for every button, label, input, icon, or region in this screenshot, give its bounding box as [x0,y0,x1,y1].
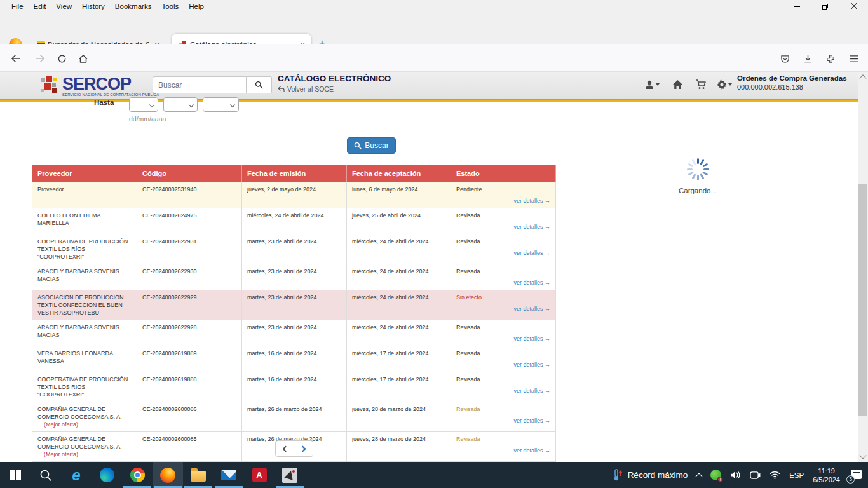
month-select[interactable] [163,97,198,112]
date-text: 6/5/2024 [813,475,840,484]
menu-history[interactable]: History [77,1,110,11]
mail-button[interactable] [214,462,244,488]
back-arrow-icon [278,86,285,92]
chrome-button[interactable] [122,462,153,488]
chevron-down-icon [230,102,235,107]
acrobat-button[interactable]: A [244,462,275,488]
java-app-button[interactable] [275,462,305,488]
settings-menu[interactable] [717,79,732,90]
sercop-logo[interactable]: SERCOP SERVICIO NACIONAL DE CONTRATACIÓN… [41,76,159,97]
downloads-icon[interactable] [801,51,815,65]
reload-button[interactable] [55,51,69,65]
fecha-aceptacion-cell: jueves, 28 de marzo de 2024 [347,432,451,462]
col-proveedor: Proveedor [32,165,137,182]
fecha-aceptacion-cell: jueves, 28 de marzo de 2024 [347,402,451,432]
arrow-right-icon: → [545,224,550,230]
back-button[interactable] [9,51,23,65]
orders-table-header: Proveedor Código Fecha de emisión Fecha … [32,165,556,182]
mail-icon [221,470,236,480]
close-button[interactable] [839,0,868,13]
minimize-button[interactable] [782,0,811,13]
ver-detalles-link[interactable]: ver detalles → [456,223,550,231]
clock[interactable]: 11:19 6/5/2024 [813,466,840,484]
search-input[interactable] [153,76,247,93]
notification-count-badge: 3 [846,475,855,484]
home-link[interactable] [672,79,683,90]
pocket-icon[interactable] [778,51,792,65]
hasta-label: Hasta [94,98,114,106]
hamburger-menu-icon[interactable] [846,51,860,65]
chrome-icon [130,468,145,482]
internet-explorer-button[interactable]: e [61,462,92,488]
taskbar-search-button[interactable] [31,462,61,488]
menu-file[interactable]: File [6,1,29,11]
weather-widget[interactable]: Récord máximo [613,469,688,482]
arrow-right-icon: → [545,250,550,256]
menu-bookmarks[interactable]: Bookmarks [110,1,157,11]
language-indicator[interactable]: ESP [789,471,804,479]
next-page-button[interactable] [294,440,313,457]
restore-button[interactable] [811,0,839,13]
menu-help[interactable]: Help [184,1,209,11]
wifi-icon[interactable] [770,471,780,479]
order-row: VERA BARRIOS LEONARDA VANESSACE-20240002… [32,346,556,372]
year-select[interactable] [203,97,239,112]
codigo-cell: CE-20240002624975 [137,208,242,234]
ver-detalles-link[interactable]: ver detalles → [456,335,550,342]
menu-edit[interactable]: Edit [29,1,51,11]
ver-detalles-link[interactable]: ver detalles → [456,417,550,424]
estado-cell: Revisadaver detalles → [451,234,556,264]
ver-detalles-link[interactable]: ver detalles → [456,249,550,257]
cart-link[interactable] [695,79,707,90]
estado-cell: Revisadaver detalles → [451,346,556,372]
notification-center-button[interactable]: 3 [849,470,862,481]
codigo-cell: CE-20240002622928 [137,320,242,346]
caret-down-icon [728,83,732,86]
day-select[interactable] [129,97,158,112]
firefox-icon [160,468,175,483]
volver-al-soce-link[interactable]: Volver al SOCE [278,85,391,93]
extensions-puzzle-icon[interactable] [824,51,837,65]
forward-button[interactable] [33,51,47,65]
menu-tools[interactable]: Tools [156,1,184,11]
volume-icon[interactable] [730,470,741,480]
ver-detalles-link[interactable]: ver detalles → [456,279,550,287]
chevron-down-icon [149,102,154,107]
meet-now-icon[interactable] [750,471,761,480]
minimize-icon [794,6,800,7]
buscar-button[interactable]: Buscar [347,137,396,154]
fecha-aceptacion-cell: miércoles, 17 de abril de 2024 [347,346,451,372]
ver-detalles-link[interactable]: ver detalles → [456,361,550,369]
caret-down-icon [656,83,660,86]
user-menu[interactable] [644,79,660,90]
ver-detalles-link[interactable]: ver detalles → [456,305,550,313]
scroll-up-arrow-icon[interactable] [859,74,866,81]
vertical-scrollbar[interactable] [858,72,868,462]
tray-expand-icon[interactable] [695,473,702,480]
home-button[interactable] [76,51,90,65]
file-explorer-button[interactable] [183,462,214,488]
chevron-right-icon [299,445,306,452]
scroll-down-arrow-icon[interactable] [859,452,866,459]
firefox-button[interactable] [153,462,183,488]
estado-text: Revisada [456,435,550,443]
prev-page-button[interactable] [275,440,294,457]
ver-detalles-link[interactable]: ver detalles → [456,447,550,454]
restore-icon [822,4,828,10]
col-fecha-aceptacion: Fecha de aceptación [347,165,451,182]
start-button[interactable] [0,462,31,488]
alert-badge: ! [717,477,723,482]
ver-detalles-link[interactable]: ver detalles → [456,197,550,205]
antivirus-tray-icon[interactable]: ! [710,470,721,480]
menu-view[interactable]: View [51,1,77,11]
edge-button[interactable] [92,462,122,488]
system-tray: Récord máximo ! ESP 11:19 6/5/2024 3 [613,462,868,488]
page-title: CATÁLOGO ELECTRÓNICO [278,74,391,83]
date-format-hint: dd/mm/aaaa [129,115,166,123]
arrow-right-icon: → [545,417,550,424]
scrollbar-thumb[interactable] [858,184,867,416]
fecha-aceptacion-cell: miércoles, 24 de abril de 2024 [347,264,451,290]
ver-detalles-link[interactable]: ver detalles → [456,387,550,395]
search-button[interactable] [247,76,272,93]
estado-text: Pendiente [456,186,550,193]
